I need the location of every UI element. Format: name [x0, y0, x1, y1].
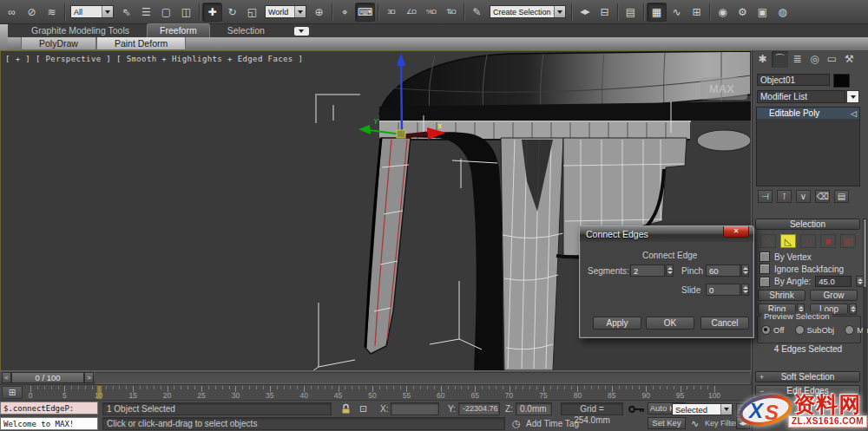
vertex-subobject-button[interactable]: ∴	[760, 234, 776, 248]
material-editor-button[interactable]: ◉	[713, 3, 732, 21]
segments-field[interactable]: 2	[630, 264, 665, 277]
polygon-subobject-button[interactable]: ■	[820, 234, 836, 248]
maxscript-listener-input[interactable]: $.connectEdgeP:	[0, 402, 98, 415]
window-crossing-toggle[interactable]: ◫	[177, 3, 195, 21]
by-vertex-checkbox[interactable]	[760, 251, 770, 262]
scrollbar-thumb[interactable]	[863, 219, 867, 288]
modifier-list-dropdown[interactable]: Modifier List	[757, 90, 845, 103]
modifier-stack[interactable]: Editable Poly ◁	[756, 107, 860, 186]
pinch-field[interactable]: 60	[706, 264, 740, 277]
select-by-name[interactable]: ☰	[137, 3, 155, 21]
apply-button[interactable]: Apply	[593, 317, 641, 330]
curve-editor-button[interactable]: ∿	[667, 3, 686, 21]
unlink-selection[interactable]: ⊘	[23, 3, 41, 21]
configure-modifier-sets-button[interactable]: ▤	[834, 190, 849, 203]
open-mini-curve-editor-button[interactable]: ⊞	[2, 386, 23, 399]
snaps-toggle[interactable]: 3Ω	[382, 3, 400, 21]
select-and-manipulate[interactable]: ⌖	[336, 3, 354, 21]
selection-set-dropdown[interactable]: Selected	[672, 403, 733, 415]
time-slider-track[interactable]	[95, 372, 750, 384]
border-subobject-button[interactable]: ○	[800, 234, 816, 248]
utilities-tab[interactable]: ⚒	[841, 51, 858, 68]
key-filter-curve-icon[interactable]: ∿	[691, 418, 699, 429]
motion-tab[interactable]: ◎	[806, 51, 823, 68]
pinch-spinner[interactable]	[741, 264, 749, 277]
dropdown-arrow-icon[interactable]	[294, 6, 306, 17]
subtab-paint-deform[interactable]: Paint Deform	[96, 37, 186, 50]
schematic-view-button[interactable]: ⊞	[687, 3, 706, 21]
dialog-close-button[interactable]: ✕	[723, 226, 749, 238]
named-selection-set-dropdown[interactable]: Create Selection Se	[490, 5, 566, 18]
shrink-button[interactable]: Shrink	[758, 290, 806, 301]
subtab-polydraw[interactable]: PolyDraw	[21, 37, 96, 50]
segments-spinner[interactable]	[666, 264, 674, 277]
mirror-button[interactable]: ◀▶	[575, 3, 594, 21]
time-slider-handle[interactable]: 0 / 100	[11, 372, 84, 383]
ignore-backfacing-checkbox[interactable]	[760, 264, 770, 274]
previous-frame-button[interactable]: <	[2, 372, 11, 383]
select-and-link[interactable]: ∞	[3, 3, 21, 21]
select-object[interactable]: ⇖	[117, 3, 135, 21]
render-setup-button[interactable]: ⚙	[733, 3, 752, 21]
soft-selection-rollout-header[interactable]: + Soft Selection	[755, 371, 860, 382]
track-bar[interactable]: ⊞ 05101520253035404550556065707580859095…	[0, 385, 752, 401]
tab-graphite-modeling-tools[interactable]: Graphite Modeling Tools	[19, 24, 141, 37]
select-and-scale[interactable]: ◱	[243, 3, 261, 21]
grow-button[interactable]: Grow	[810, 290, 858, 301]
keyboard-shortcut-override[interactable]: ⌨	[356, 3, 374, 21]
bind-to-space-warp[interactable]: ≋	[43, 3, 61, 21]
preview-multi-radio[interactable]	[845, 325, 854, 335]
use-pivot-point-center[interactable]: ⊕	[310, 3, 328, 21]
rendered-frame-window-button[interactable]: ▣	[753, 3, 772, 21]
dropdown-arrow-icon[interactable]	[554, 6, 565, 17]
preview-subobj-radio[interactable]	[795, 325, 805, 335]
add-time-tag[interactable]: Add Time Tag	[526, 419, 579, 428]
time-tag-clock-icon[interactable]: ◷	[512, 418, 521, 429]
modify-tab[interactable]: ⌒	[772, 51, 788, 68]
slide-spinner[interactable]	[741, 284, 749, 296]
by-angle-field[interactable]: 45.0	[815, 276, 852, 287]
object-name-field[interactable]: Object01	[757, 74, 830, 86]
pin-stack-button[interactable]: ⊣	[758, 190, 773, 203]
loop-spinner[interactable]	[849, 304, 857, 315]
hierarchy-tab[interactable]: ≣	[789, 51, 806, 68]
manage-layers-button[interactable]: ▤	[621, 3, 640, 21]
reference-coordinate-system-dropdown[interactable]: World	[265, 5, 306, 18]
selection-lock-icon[interactable]	[340, 403, 352, 416]
edge-subobject-button[interactable]: ◺	[780, 234, 796, 248]
spinner-snap-toggle[interactable]: ⇅Ω	[442, 3, 460, 21]
percent-snap-toggle[interactable]: %Ω	[422, 3, 440, 21]
align-button[interactable]: ⊟	[595, 3, 614, 21]
remove-modifier-button[interactable]: ⌫	[815, 190, 830, 203]
by-angle-checkbox[interactable]	[760, 277, 770, 287]
tab-selection[interactable]: Selection	[215, 24, 277, 37]
modifier-list-arrow[interactable]	[846, 90, 859, 103]
y-coordinate-field[interactable]: -22304.76	[458, 402, 500, 415]
tab-freeform[interactable]: Freeform	[147, 23, 210, 37]
absolute-offset-toggle-icon[interactable]: ⊡	[359, 403, 367, 415]
ribbon-minimize-button[interactable]	[294, 27, 309, 36]
maxscript-listener-output[interactable]: Welcome to MAX!	[0, 417, 98, 430]
dropdown-arrow-icon[interactable]	[720, 404, 732, 415]
select-and-move[interactable]: ✚	[203, 3, 221, 21]
x-coordinate-field[interactable]	[391, 402, 439, 415]
element-subobject-button[interactable]: ▧	[840, 234, 856, 248]
selection-rollout-header[interactable]: Selection	[755, 219, 860, 230]
cancel-button[interactable]: Cancel	[700, 317, 749, 330]
connect-edges-dialog[interactable]: Connect Edges ✕ Connect Edge Segments: 2…	[579, 225, 754, 338]
stack-item-editable-poly[interactable]: Editable Poly ◁	[757, 108, 859, 119]
angle-snap-toggle[interactable]: ∠Ω	[402, 3, 420, 21]
dropdown-arrow-icon[interactable]	[102, 6, 113, 17]
z-coordinate-field[interactable]: 0.0mm	[516, 402, 552, 415]
object-color-swatch[interactable]	[833, 74, 850, 88]
preview-off-radio[interactable]	[761, 325, 771, 335]
select-and-rotate[interactable]: ↻	[223, 3, 241, 21]
slide-field[interactable]: 0	[706, 284, 740, 296]
set-key-button[interactable]: Set Key	[648, 417, 686, 429]
edit-named-selection-sets[interactable]: ✎	[468, 3, 486, 21]
graphite-modeling-tools-toggle[interactable]: ▦	[648, 3, 666, 21]
show-end-result-button[interactable]: ⊺	[777, 190, 792, 203]
make-unique-button[interactable]: ∨	[796, 190, 811, 203]
viewport-label[interactable]: [ + ] [ Perspective ] [ Smooth + Highlig…	[5, 55, 303, 63]
next-frame-button[interactable]: >	[84, 372, 94, 383]
